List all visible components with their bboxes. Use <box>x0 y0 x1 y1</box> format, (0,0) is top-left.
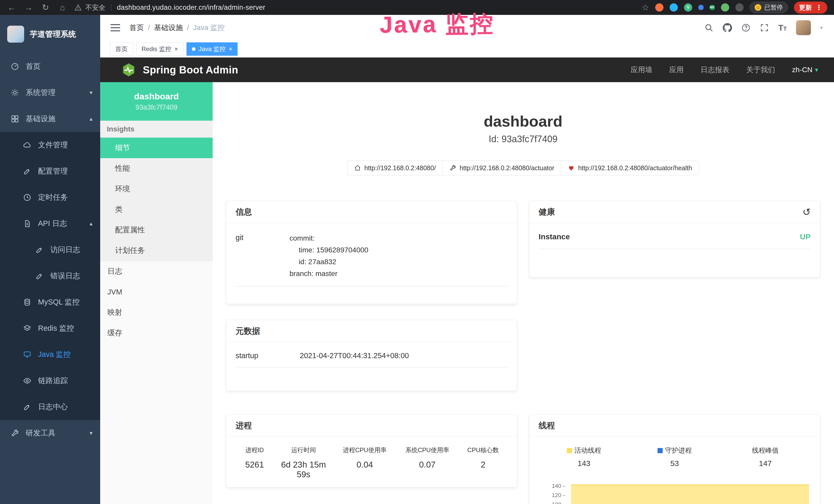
breadcrumb-home[interactable]: 首页 <box>129 23 144 32</box>
sidebar-item-api-log[interactable]: API 日志▴ <box>0 210 100 237</box>
tab-java-monitor[interactable]: Java 监控× <box>186 42 238 56</box>
puzzle-icon[interactable] <box>736 3 744 12</box>
paused-label: 已暂停 <box>764 3 783 12</box>
service-url-button[interactable]: http://192.168.0.2:48080/ <box>347 160 443 175</box>
sidebar-item-config[interactable]: 配置管理 <box>0 158 100 184</box>
wrench-icon <box>449 165 456 171</box>
sidebar-item-mysql[interactable]: MySQL 监控 <box>0 289 100 315</box>
sba-item-logfile[interactable]: 日志 <box>100 261 213 282</box>
close-icon[interactable]: × <box>228 46 232 52</box>
sidebar-item-access-log[interactable]: 访问日志 <box>0 237 100 263</box>
home-icon[interactable]: ⌂ <box>58 3 67 12</box>
active-dot <box>192 47 195 51</box>
sidebar-item-system[interactable]: 系统管理▾ <box>0 79 100 106</box>
sba-item-scheduled[interactable]: 计划任务 <box>100 240 213 261</box>
edit-icon <box>23 403 31 411</box>
health-row-instance: Instance UP <box>539 232 811 249</box>
breadcrumb-section[interactable]: 基础设施 <box>154 23 183 32</box>
chevron-down-icon: ▾ <box>90 430 92 436</box>
nav-applications[interactable]: 应用 <box>670 65 684 75</box>
font-size-icon[interactable]: TT <box>778 23 787 32</box>
app-logo <box>7 26 24 43</box>
sba-item-details[interactable]: 细节 <box>100 138 213 158</box>
sba-item-mappings[interactable]: 映射 <box>100 302 213 323</box>
hamburger-icon[interactable] <box>110 24 120 31</box>
nav-wallboard[interactable]: 应用墙 <box>631 65 652 75</box>
sba-item-env[interactable]: 环境 <box>100 179 213 199</box>
app-brand: 芋道管理系统 <box>0 15 100 53</box>
browser-menu-icon[interactable]: ⋮ <box>815 4 822 12</box>
bookmark-star-icon[interactable]: ☆ <box>642 3 649 12</box>
extension-icon[interactable]: V <box>684 3 692 12</box>
search-icon[interactable] <box>704 23 714 32</box>
health-url-button[interactable]: http://192.168.0.2:48080/actuator/health <box>561 160 699 175</box>
extension-icon[interactable]: on <box>710 5 715 10</box>
instance-id: 93a3fc7f7409 <box>135 104 177 111</box>
locale-select[interactable]: zh-CN ▾ <box>792 66 818 74</box>
sidebar-item-files[interactable]: 文件管理 <box>0 132 100 158</box>
health-card-title: 健康 <box>539 206 555 218</box>
actuator-url-button[interactable]: http://192.168.0.2:48080/actuator <box>443 160 561 175</box>
breadcrumb-current: Java 监控 <box>193 23 225 32</box>
back-arrow-icon[interactable]: ← <box>7 3 17 12</box>
sidebar-item-redis[interactable]: Redis 监控 <box>0 315 100 342</box>
app-title: 芋道管理系统 <box>30 29 76 40</box>
warning-icon <box>74 4 82 11</box>
sba-main: dashboard Id: 93a3fc7f7409 http://192.16… <box>213 82 834 504</box>
extension-icon[interactable] <box>721 3 729 12</box>
info-card-title: 信息 <box>226 201 517 223</box>
dashboard-icon <box>11 62 19 71</box>
update-button[interactable]: 更新 ⋮ <box>794 2 827 14</box>
history-icon[interactable]: ↺ <box>803 206 811 218</box>
sidebar-item-java-monitor[interactable]: Java 监控 <box>0 342 100 368</box>
tab-redis-monitor[interactable]: Redis 监控× <box>136 42 183 56</box>
address-bar[interactable]: 不安全 dashboard.yudao.iocoder.cn/infra/adm… <box>74 3 265 12</box>
address-divider <box>111 4 111 11</box>
reload-icon[interactable]: ↻ <box>41 3 50 12</box>
instance-links: http://192.168.0.2:48080/ http://192.168… <box>226 160 820 175</box>
sba-item-configprops[interactable]: 配置属性 <box>100 220 213 240</box>
security-label[interactable]: 不安全 <box>85 3 105 12</box>
instance-block[interactable]: dashboard 93a3fc7f7409 <box>100 82 213 121</box>
sidebar-item-log-center[interactable]: 日志中心 <box>0 394 100 420</box>
sba-item-jvm[interactable]: JVM <box>100 282 213 302</box>
legend-live-threads: 活动线程 143 <box>539 446 629 468</box>
wrench-icon <box>11 429 19 437</box>
sidebar-item-jobs[interactable]: 定时任务 <box>0 184 100 210</box>
sba-item-metrics[interactable]: 性能 <box>100 158 213 179</box>
url-text[interactable]: dashboard.yudao.iocoder.cn/infra/admin-s… <box>117 4 265 12</box>
process-card: 进程 进程ID 运行时间 进程CPU使用率 系统CPU使用率 CPU核心数 <box>226 414 517 487</box>
paused-chip[interactable]: ☺ 已暂停 <box>750 2 788 13</box>
extension-icon[interactable] <box>698 5 704 10</box>
smiley-icon: ☺ <box>755 4 761 11</box>
sidebar-item-tracing[interactable]: 链路追踪 <box>0 368 100 394</box>
nav-journal[interactable]: 日志报表 <box>701 65 729 75</box>
github-icon[interactable] <box>723 23 732 32</box>
eye-icon <box>23 377 31 385</box>
legend-peak-threads: 线程峰值 147 <box>720 446 811 468</box>
forward-arrow-icon[interactable]: → <box>24 3 34 12</box>
nav-about[interactable]: 关于我们 <box>746 65 775 75</box>
admin-sidebar: 芋道管理系统 首页 系统管理▾ 基础设施▴ 文件管理 配置管理 定时任务 API… <box>0 15 100 504</box>
chevron-down-icon[interactable]: ▾ <box>820 25 823 31</box>
screen: ← → ↻ ⌂ 不安全 dashboard.yudao.iocoder.cn/i… <box>0 0 834 504</box>
help-icon[interactable] <box>741 23 750 32</box>
avatar[interactable] <box>796 20 811 35</box>
extension-icon[interactable] <box>655 3 663 12</box>
fullscreen-icon[interactable] <box>760 23 769 32</box>
extension-icon[interactable] <box>670 3 678 12</box>
sidebar-item-error-log[interactable]: 错误日志 <box>0 263 100 289</box>
metadata-row-startup: startup 2021-04-27T00:44:31.254+08:00 <box>236 351 507 367</box>
sidebar-item-infra[interactable]: 基础设施▴ <box>0 106 100 132</box>
clock-icon <box>23 193 31 202</box>
sba-item-caches[interactable]: 缓存 <box>100 323 213 343</box>
sidebar-item-devtools[interactable]: 研发工具▾ <box>0 420 100 446</box>
sba-brand[interactable]: Spring Boot Admin <box>143 64 238 76</box>
metadata-card-title: 元数据 <box>226 320 517 342</box>
close-icon[interactable]: × <box>174 46 178 52</box>
metadata-card: 元数据 startup 2021-04-27T00:44:31.254+08:0… <box>226 320 517 391</box>
sidebar-item-home[interactable]: 首页 <box>0 53 100 79</box>
sba-item-classes[interactable]: 类 <box>100 199 213 220</box>
tab-home[interactable]: 首页 <box>110 42 133 56</box>
home-icon <box>354 165 361 171</box>
